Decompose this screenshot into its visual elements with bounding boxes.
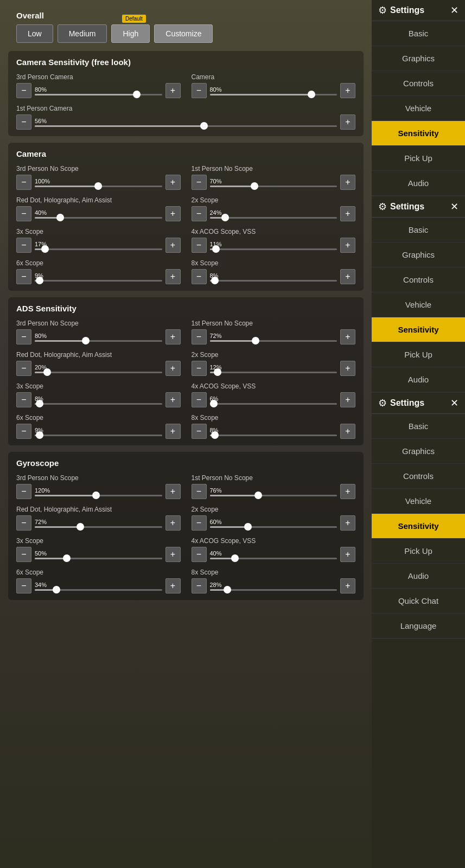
slider-track[interactable] <box>35 495 162 496</box>
preset-medium[interactable]: Medium <box>58 24 107 43</box>
sidebar-item-audio-1[interactable]: Audio <box>372 171 465 196</box>
slider-track[interactable] <box>35 526 162 528</box>
increase-btn[interactable]: + <box>340 515 355 531</box>
increase-btn[interactable]: + <box>340 547 355 562</box>
decrease-btn[interactable]: − <box>192 269 207 284</box>
slider-track[interactable] <box>35 125 337 127</box>
decrease-btn[interactable]: − <box>16 206 31 221</box>
sidebar-item-sensitivity-1[interactable]: Sensitivity <box>372 121 465 146</box>
decrease-btn[interactable]: − <box>16 83 31 98</box>
sidebar-item-controls-3[interactable]: Controls <box>372 464 465 489</box>
slider-track[interactable] <box>210 403 337 405</box>
slider-track[interactable] <box>210 372 337 373</box>
decrease-btn[interactable]: − <box>192 424 207 439</box>
increase-btn[interactable]: + <box>165 515 181 531</box>
sidebar-item-language-3[interactable]: Language <box>372 614 465 639</box>
decrease-btn[interactable]: − <box>16 329 31 344</box>
increase-btn[interactable]: + <box>165 578 181 593</box>
preset-low[interactable]: Low <box>16 24 53 43</box>
sidebar-item-basic-1[interactable]: Basic <box>372 21 465 46</box>
decrease-btn[interactable]: − <box>16 269 31 284</box>
slider-track[interactable] <box>210 280 337 282</box>
sidebar-item-sensitivity-2[interactable]: Sensitivity <box>372 317 465 342</box>
slider-track[interactable] <box>210 495 337 496</box>
increase-btn[interactable]: + <box>165 392 181 407</box>
increase-btn[interactable]: + <box>165 547 181 562</box>
increase-btn[interactable]: + <box>340 424 355 439</box>
decrease-btn[interactable]: − <box>192 547 207 562</box>
slider-track[interactable] <box>35 94 162 95</box>
sidebar-item-graphics-3[interactable]: Graphics <box>372 439 465 464</box>
decrease-btn[interactable]: − <box>16 484 31 499</box>
slider-track[interactable] <box>35 340 162 342</box>
sidebar-item-vehicle-1[interactable]: Vehicle <box>372 96 465 121</box>
decrease-btn[interactable]: − <box>16 392 31 407</box>
decrease-btn[interactable]: − <box>16 114 31 130</box>
slider-track[interactable] <box>210 217 337 219</box>
slider-track[interactable] <box>210 526 337 528</box>
decrease-btn[interactable]: − <box>16 424 31 439</box>
slider-track[interactable] <box>210 340 337 342</box>
decrease-btn[interactable]: − <box>16 361 31 376</box>
increase-btn[interactable]: + <box>340 114 355 130</box>
sidebar-item-audio-2[interactable]: Audio <box>372 367 465 392</box>
decrease-btn[interactable]: − <box>16 515 31 531</box>
slider-track[interactable] <box>210 558 337 559</box>
close-button-3[interactable]: ✕ <box>450 397 458 409</box>
slider-track[interactable] <box>35 248 162 250</box>
increase-btn[interactable]: + <box>165 484 181 499</box>
sidebar-item-sensitivity-3[interactable]: Sensitivity <box>372 514 465 539</box>
increase-btn[interactable]: + <box>340 83 355 98</box>
preset-customize[interactable]: Customize <box>154 24 213 43</box>
increase-btn[interactable]: + <box>340 269 355 284</box>
sidebar-item-pickup-2[interactable]: Pick Up <box>372 342 465 367</box>
decrease-btn[interactable]: − <box>192 515 207 531</box>
close-button-1[interactable]: ✕ <box>450 4 458 16</box>
decrease-btn[interactable]: − <box>192 361 207 376</box>
decrease-btn[interactable]: − <box>16 578 31 593</box>
slider-track[interactable] <box>35 589 162 591</box>
decrease-btn[interactable]: − <box>192 484 207 499</box>
decrease-btn[interactable]: − <box>192 83 207 98</box>
decrease-btn[interactable]: − <box>16 238 31 253</box>
increase-btn[interactable]: + <box>165 206 181 221</box>
increase-btn[interactable]: + <box>340 329 355 344</box>
increase-btn[interactable]: + <box>340 361 355 376</box>
increase-btn[interactable]: + <box>165 329 181 344</box>
increase-btn[interactable]: + <box>340 484 355 499</box>
sidebar-item-pickup-3[interactable]: Pick Up <box>372 539 465 564</box>
sidebar-item-quickchat-3[interactable]: Quick Chat <box>372 589 465 614</box>
increase-btn[interactable]: + <box>165 424 181 439</box>
decrease-btn[interactable]: − <box>16 547 31 562</box>
slider-track[interactable] <box>35 435 162 436</box>
slider-track[interactable] <box>210 435 337 436</box>
sidebar-item-vehicle-2[interactable]: Vehicle <box>372 292 465 317</box>
sidebar-item-basic-3[interactable]: Basic <box>372 414 465 439</box>
sidebar-item-graphics-1[interactable]: Graphics <box>372 46 465 71</box>
increase-btn[interactable]: + <box>340 175 355 190</box>
slider-track[interactable] <box>35 403 162 405</box>
sidebar-item-controls-1[interactable]: Controls <box>372 71 465 96</box>
decrease-btn[interactable]: − <box>192 578 207 593</box>
decrease-btn[interactable]: − <box>192 238 207 253</box>
decrease-btn[interactable]: − <box>192 329 207 344</box>
decrease-btn[interactable]: − <box>192 392 207 407</box>
slider-track[interactable] <box>35 280 162 282</box>
slider-track[interactable] <box>210 589 337 591</box>
increase-btn[interactable]: + <box>165 83 181 98</box>
slider-track[interactable] <box>35 558 162 559</box>
sidebar-item-basic-2[interactable]: Basic <box>372 218 465 242</box>
slider-track[interactable] <box>210 248 337 250</box>
increase-btn[interactable]: + <box>340 392 355 407</box>
slider-track[interactable] <box>210 186 337 187</box>
increase-btn[interactable]: + <box>165 269 181 284</box>
increase-btn[interactable]: + <box>165 175 181 190</box>
sidebar-item-audio-3[interactable]: Audio <box>372 564 465 589</box>
increase-btn[interactable]: + <box>340 578 355 593</box>
decrease-btn[interactable]: − <box>192 206 207 221</box>
preset-high[interactable]: High <box>111 24 150 43</box>
slider-track[interactable] <box>35 186 162 187</box>
increase-btn[interactable]: + <box>165 361 181 376</box>
sidebar-item-vehicle-3[interactable]: Vehicle <box>372 489 465 514</box>
sidebar-item-pickup-1[interactable]: Pick Up <box>372 146 465 171</box>
